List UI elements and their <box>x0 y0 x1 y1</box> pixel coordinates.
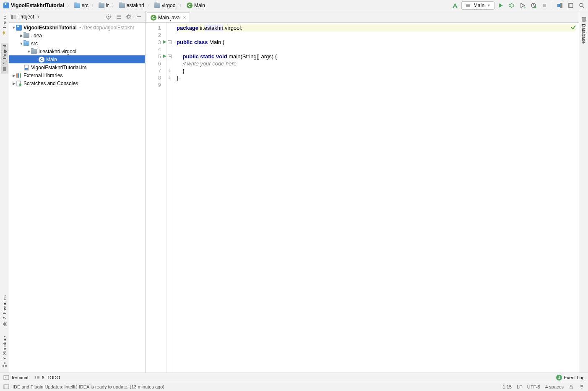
fold-marker[interactable] <box>167 60 173 67</box>
fold-marker[interactable] <box>167 24 173 31</box>
tree-item[interactable]: ▼VigoolEstakhriTutorial~/Desktop/VigoolE… <box>9 23 145 31</box>
fold-marker[interactable] <box>167 31 173 39</box>
line-number[interactable]: 4 <box>146 46 166 53</box>
code-editor[interactable]: 123456789 package ir.estakhri.virgool;pu… <box>146 23 579 373</box>
todo-tool-button[interactable]: 6: TODO <box>34 375 60 380</box>
line-number[interactable]: 8 <box>146 74 166 81</box>
learn-icon <box>2 30 8 36</box>
tree-item[interactable]: CMain <box>9 55 145 63</box>
folder-icon <box>154 3 160 8</box>
vtab-label: Database <box>581 24 586 44</box>
code-line[interactable] <box>177 81 575 89</box>
hector-icon[interactable] <box>579 384 585 390</box>
expand-arrow[interactable]: ▶ <box>12 73 16 78</box>
lock-icon[interactable] <box>569 384 574 389</box>
line-number[interactable]: 6 <box>146 60 166 67</box>
fold-marker[interactable] <box>167 74 173 81</box>
fold-marker[interactable] <box>167 53 173 60</box>
code-line[interactable]: } <box>177 67 575 74</box>
expand-all-icon[interactable] <box>114 12 123 21</box>
chevron-down-icon[interactable]: ▼ <box>36 15 40 19</box>
file-encoding[interactable]: UTF-8 <box>527 384 540 389</box>
locate-icon[interactable] <box>104 12 113 21</box>
tab-project[interactable]: 1: Project <box>1 43 8 73</box>
fold-marker[interactable] <box>167 67 173 74</box>
svg-rect-19 <box>3 67 6 71</box>
profile-button[interactable] <box>529 1 538 10</box>
expand-arrow[interactable]: ▶ <box>12 81 16 86</box>
event-log-button[interactable]: 1Event Log <box>556 375 585 381</box>
tab-learn[interactable]: Learn <box>1 15 8 37</box>
iml-icon <box>23 65 29 70</box>
project-structure-button[interactable] <box>555 1 565 10</box>
run-gutter-icon[interactable] <box>163 54 167 58</box>
inspection-ok-icon[interactable] <box>570 24 576 30</box>
crumb-estakhri[interactable]: estakhri <box>117 2 146 9</box>
run-gutter-icon[interactable] <box>163 40 167 44</box>
coverage-button[interactable] <box>518 1 527 10</box>
expand-arrow[interactable]: ▼ <box>27 50 31 54</box>
code-line[interactable] <box>177 46 575 53</box>
cursor-position[interactable]: 1:15 <box>503 384 512 389</box>
fold-gutter[interactable] <box>167 23 173 373</box>
class-icon: C <box>39 57 44 63</box>
code-line[interactable]: // write your code here <box>177 60 575 67</box>
fold-marker[interactable] <box>167 39 173 46</box>
hide-icon[interactable] <box>134 12 143 21</box>
status-message[interactable]: IDE and Plugin Updates: IntelliJ IDEA is… <box>13 384 164 389</box>
svg-rect-23 <box>11 15 13 19</box>
svg-rect-13 <box>557 4 560 7</box>
code-line[interactable] <box>177 31 575 39</box>
tab-database[interactable]: Database <box>580 15 588 45</box>
crumb-virgool[interactable]: virgool <box>153 2 178 9</box>
crumb-src[interactable]: src <box>73 2 90 9</box>
crumb-ir[interactable]: ir <box>97 2 111 9</box>
code-line[interactable]: } <box>177 74 575 81</box>
code-line[interactable]: package ir.estakhri.virgool; <box>177 24 575 31</box>
breadcrumb: VigoolEstakhriTutorial 〉 src 〉 ir 〉 esta… <box>2 2 207 9</box>
terminal-tool-button[interactable]: Terminal <box>3 375 29 380</box>
fold-marker[interactable] <box>167 46 173 53</box>
line-number[interactable]: 7 <box>146 67 166 74</box>
file-tab-main[interactable]: C Main.java × <box>147 12 190 22</box>
folder-icon <box>23 41 29 46</box>
line-number[interactable]: 3 <box>146 39 166 46</box>
crumb-main[interactable]: CMain <box>185 2 207 9</box>
line-number-gutter[interactable]: 123456789 <box>146 23 167 373</box>
tree-item[interactable]: ▶External Libraries <box>9 71 145 79</box>
line-number[interactable]: 1 <box>146 24 166 31</box>
debug-button[interactable] <box>507 1 516 10</box>
line-separator[interactable]: LF <box>517 384 522 389</box>
tree-item[interactable]: ▶.idea <box>9 31 145 39</box>
project-tree[interactable]: ▼VigoolEstakhriTutorial~/Desktop/VigoolE… <box>9 23 145 373</box>
crumb-project[interactable]: VigoolEstakhriTutorial <box>2 2 66 9</box>
line-number[interactable]: 2 <box>146 31 166 39</box>
code-line[interactable]: public class Main { <box>177 39 575 46</box>
expand-arrow[interactable]: ▶ <box>19 34 23 38</box>
tool-windows-icon[interactable] <box>3 384 9 389</box>
code-content[interactable]: package ir.estakhri.virgool;public class… <box>173 23 579 373</box>
run-button[interactable] <box>496 1 505 10</box>
expand-arrow[interactable]: ▼ <box>12 26 16 30</box>
tree-item[interactable]: ▼src <box>9 39 145 47</box>
pane-title[interactable]: Project <box>18 14 34 20</box>
code-line[interactable]: public static void main(String[] args) { <box>177 53 575 60</box>
search-everywhere-button[interactable] <box>577 1 586 10</box>
stop-button[interactable] <box>540 1 549 10</box>
fold-marker[interactable] <box>167 81 173 89</box>
tab-favorites[interactable]: 2: Favorites <box>1 294 8 328</box>
build-icon[interactable] <box>450 1 460 10</box>
gear-icon[interactable] <box>124 12 133 21</box>
tree-item[interactable]: ▶Scratches and Consoles <box>9 79 145 87</box>
expand-arrow[interactable]: ▼ <box>19 42 23 46</box>
show-borders-button[interactable] <box>566 1 575 10</box>
line-number[interactable]: 9 <box>146 81 166 89</box>
close-icon[interactable]: × <box>183 14 186 21</box>
line-number[interactable]: 5 <box>146 53 166 60</box>
tree-item[interactable]: VigoolEstakhriTutorial.iml <box>9 63 145 71</box>
main-area: Learn 1: Project 2: Favorites 7: Structu… <box>0 11 588 373</box>
tab-structure[interactable]: 7: Structure <box>1 334 8 369</box>
indent-setting[interactable]: 4 spaces <box>545 384 564 389</box>
run-configuration-dropdown[interactable]: Main ▼ <box>461 1 494 10</box>
tree-item[interactable]: ▼ir.estakhri.virgool <box>9 47 145 55</box>
